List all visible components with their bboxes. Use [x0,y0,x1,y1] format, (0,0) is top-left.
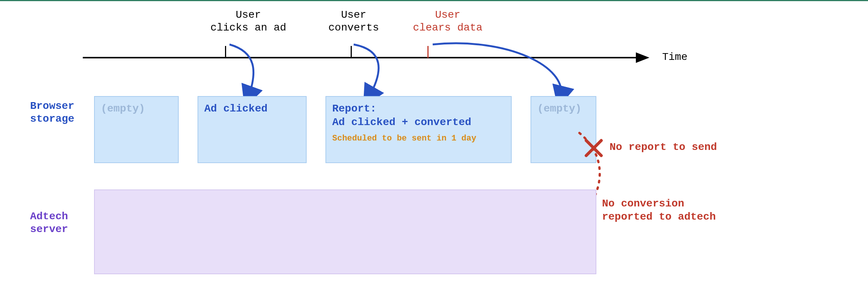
row-label-adtech-line2: server [30,223,68,235]
adtech-server-lane [94,189,596,274]
storage-state-3-text: (empty) [537,103,582,115]
event-label-clear: User clears data [399,9,497,34]
event-label-clear-line1: User [435,9,460,21]
row-label-adtech: Adtech server [30,210,68,235]
arrow-clear-to-state [425,41,583,105]
storage-state-2-line1: Report: [332,103,377,115]
event-label-click: User clicks an ad [199,9,297,34]
event-label-convert-line1: User [341,9,366,21]
event-label-convert-line2: converts [328,22,379,34]
row-label-adtech-line1: Adtech [30,211,68,222]
storage-state-0: (empty) [94,96,179,163]
arrow-click-to-state [222,41,275,105]
storage-state-0-text: (empty) [101,103,145,115]
row-label-browser: Browser storage [30,100,74,125]
note-no-conversion-line1: No conversion [602,198,684,209]
row-label-browser-line2: storage [30,113,74,125]
diagram-stage: User clicks an ad User converts User cle… [23,1,845,304]
timeline-axis-label: Time [662,51,687,63]
row-label-browser-line1: Browser [30,100,74,112]
storage-state-2-line2: Ad clicked + converted [332,116,471,128]
event-label-convert: User converts [312,9,395,34]
svg-marker-1 [636,52,649,63]
event-label-click-line1: User [236,9,261,21]
arrow-convert-to-state [346,41,399,105]
note-no-conversion-line2: reported to adtech [602,211,716,223]
storage-state-1-text: Ad clicked [204,103,268,115]
event-label-click-line2: clicks an ad [210,22,286,34]
storage-state-2-sched: Scheduled to be sent in 1 day [332,133,505,144]
note-no-report: No report to send [610,141,717,154]
storage-state-1: Ad clicked [198,96,307,163]
storage-state-2: Report: Ad clicked + converted Scheduled… [325,96,512,163]
event-label-clear-line2: clears data [413,22,483,34]
note-no-conversion: No conversion reported to adtech [602,197,716,223]
